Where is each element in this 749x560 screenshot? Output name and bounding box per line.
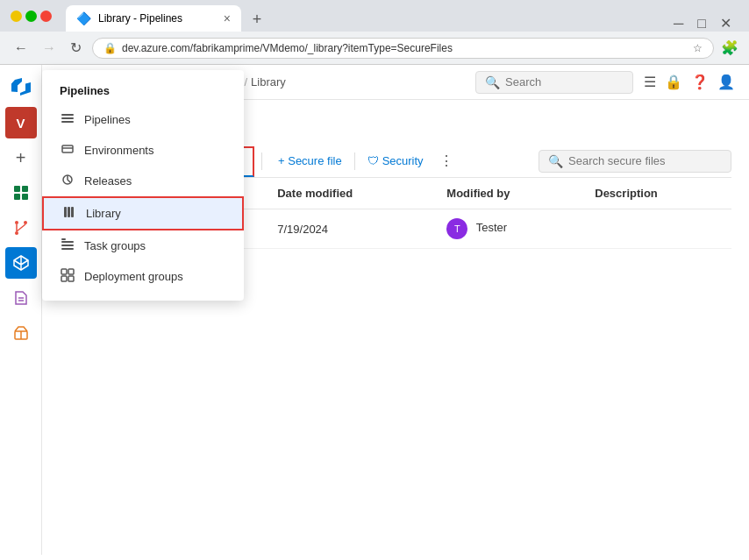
col-date: Date modified bbox=[267, 178, 436, 209]
test-plans-icon[interactable] bbox=[5, 282, 37, 314]
tab-separator bbox=[261, 152, 262, 170]
nav-search-box[interactable]: 🔍 bbox=[475, 71, 633, 94]
popup-item-pipelines-label: Pipelines bbox=[84, 113, 131, 126]
col-description: Description bbox=[584, 178, 731, 209]
svg-rect-22 bbox=[61, 241, 74, 243]
browser-tab[interactable]: 🔷 Library - Pipelines × bbox=[66, 5, 241, 32]
new-tab-btn[interactable]: + bbox=[245, 7, 269, 32]
add-secure-file-btn[interactable]: + Secure file bbox=[269, 151, 351, 171]
svg-point-5 bbox=[24, 221, 27, 224]
forward-btn[interactable]: → bbox=[39, 39, 60, 58]
shield-icon: 🛡 bbox=[367, 154, 379, 167]
overview-icon[interactable]: V bbox=[5, 107, 37, 138]
file-description-cell bbox=[584, 209, 731, 249]
repos-icon[interactable] bbox=[5, 212, 37, 244]
pipelines-icon[interactable] bbox=[5, 247, 37, 279]
col-modified-by: Modified by bbox=[436, 178, 584, 209]
left-sidebar: V + bbox=[0, 65, 42, 555]
popup-item-deployment-groups-label: Deployment groups bbox=[84, 270, 183, 283]
nav-user-icon[interactable]: 👤 bbox=[717, 74, 735, 90]
svg-rect-23 bbox=[61, 245, 74, 246]
bookmark-icon[interactable]: ☆ bbox=[693, 42, 703, 54]
popup-item-releases-label: Releases bbox=[84, 174, 132, 188]
search-files-icon: 🔍 bbox=[548, 154, 563, 168]
svg-rect-25 bbox=[61, 238, 66, 240]
svg-rect-21 bbox=[71, 207, 74, 217]
svg-rect-20 bbox=[68, 207, 70, 217]
breadcrumb-library[interactable]: Library bbox=[251, 75, 286, 89]
popup-item-pipelines[interactable]: Pipelines bbox=[42, 104, 244, 135]
svg-rect-1 bbox=[22, 186, 28, 192]
nav-lock-icon[interactable]: 🔒 bbox=[665, 74, 682, 90]
window-minimize-icon[interactable]: ─ bbox=[674, 16, 683, 32]
popup-item-task-groups[interactable]: Task groups bbox=[42, 230, 244, 261]
popup-item-environments[interactable]: Environments bbox=[42, 135, 244, 166]
popup-section-title: Pipelines bbox=[42, 79, 244, 104]
close-btn[interactable] bbox=[40, 11, 52, 22]
popup-item-environments-label: Environments bbox=[84, 144, 153, 157]
svg-rect-19 bbox=[64, 207, 67, 217]
library-menu-icon bbox=[61, 205, 77, 222]
add-icon[interactable]: + bbox=[5, 142, 37, 174]
svg-rect-29 bbox=[68, 276, 74, 281]
more-options-btn[interactable]: ⋮ bbox=[432, 149, 460, 173]
svg-rect-26 bbox=[61, 269, 67, 274]
artifacts-icon[interactable] bbox=[5, 317, 37, 349]
popup-item-library[interactable]: Library bbox=[42, 196, 244, 230]
popup-item-releases[interactable]: Releases bbox=[42, 166, 244, 196]
boards-icon[interactable] bbox=[5, 177, 37, 209]
refresh-btn[interactable]: ↻ bbox=[67, 38, 85, 58]
task-groups-menu-icon bbox=[60, 237, 75, 254]
svg-rect-14 bbox=[61, 117, 74, 119]
popup-overlay[interactable]: Pipelines Pipelines Environments Release… bbox=[42, 70, 244, 301]
azure-devops-logo[interactable] bbox=[5, 72, 37, 103]
nav-list-icon[interactable]: ☰ bbox=[644, 74, 656, 90]
svg-rect-15 bbox=[61, 121, 74, 123]
search-secure-files-input[interactable] bbox=[568, 154, 722, 167]
minimize-btn[interactable] bbox=[11, 11, 22, 22]
svg-rect-27 bbox=[68, 269, 74, 274]
nav-search-input[interactable] bbox=[505, 75, 624, 89]
tab-favicon: 🔷 bbox=[76, 11, 91, 25]
toolbar-separator bbox=[354, 152, 355, 170]
user-avatar: T bbox=[446, 218, 467, 239]
svg-point-6 bbox=[15, 231, 18, 235]
maximize-btn[interactable] bbox=[25, 11, 37, 22]
search-icon: 🔍 bbox=[485, 75, 500, 89]
popup-item-task-groups-label: Task groups bbox=[84, 239, 146, 252]
search-secure-files-box[interactable]: 🔍 bbox=[539, 150, 731, 173]
nav-help-icon[interactable]: ❓ bbox=[691, 74, 709, 90]
extensions-icon[interactable]: 🧩 bbox=[721, 39, 738, 56]
svg-line-8 bbox=[17, 224, 25, 231]
deployment-groups-menu-icon bbox=[60, 268, 75, 285]
popup-item-library-label: Library bbox=[86, 207, 121, 220]
popup-item-deployment-groups[interactable]: Deployment groups bbox=[42, 261, 244, 292]
browser-title-bar: 🔷 Library - Pipelines × + ─ □ ✕ bbox=[0, 0, 749, 32]
environments-menu-icon bbox=[60, 142, 75, 159]
svg-rect-2 bbox=[14, 194, 20, 200]
svg-rect-3 bbox=[22, 194, 28, 200]
releases-menu-icon bbox=[60, 173, 75, 189]
user-name: Tester bbox=[476, 221, 507, 234]
window-close-icon[interactable]: ✕ bbox=[720, 15, 731, 32]
svg-rect-0 bbox=[14, 186, 20, 192]
address-bar: ← → ↻ 🔒 dev.azure.com/fabrikamprime/VMde… bbox=[0, 32, 749, 65]
pipelines-menu-icon bbox=[60, 111, 75, 128]
svg-rect-28 bbox=[61, 276, 67, 281]
svg-rect-13 bbox=[61, 114, 74, 116]
svg-rect-16 bbox=[62, 145, 73, 152]
breadcrumb-sep3: / bbox=[244, 75, 247, 89]
address-lock-icon: 🔒 bbox=[103, 42, 117, 54]
svg-point-4 bbox=[15, 221, 18, 224]
window-maximize-icon[interactable]: □ bbox=[697, 16, 706, 32]
file-date-cell: 7/19/2024 bbox=[267, 209, 436, 249]
tab-close-icon[interactable]: × bbox=[224, 11, 231, 25]
file-modified-by-cell: T Tester bbox=[436, 209, 584, 249]
security-btn[interactable]: 🛡 Security bbox=[359, 151, 432, 171]
back-btn[interactable]: ← bbox=[11, 39, 32, 58]
address-input[interactable]: 🔒 dev.azure.com/fabrikamprime/VMdemo/_li… bbox=[92, 38, 714, 59]
tab-title: Library - Pipelines bbox=[98, 12, 182, 25]
address-text: dev.azure.com/fabrikamprime/VMdemo/_libr… bbox=[122, 42, 688, 54]
svg-rect-24 bbox=[61, 248, 74, 250]
